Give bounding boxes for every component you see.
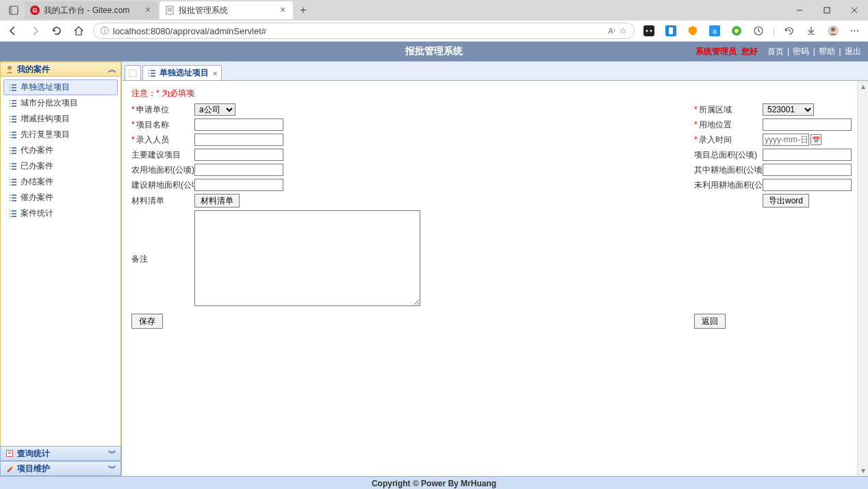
nav-label: 先行复垦项目 bbox=[21, 129, 70, 140]
panel-title: 我的案件 bbox=[17, 64, 50, 75]
more-icon[interactable]: ··· bbox=[847, 23, 863, 38]
panel-query-stats[interactable]: 查询统计 ︾ bbox=[0, 446, 121, 461]
label-main-build: 主要建设项目 bbox=[131, 149, 194, 161]
svg-rect-16 bbox=[669, 27, 673, 34]
tab-single-site[interactable]: 单独选址项目 × bbox=[142, 65, 222, 80]
minimize-button[interactable] bbox=[786, 0, 813, 21]
svg-rect-12 bbox=[643, 25, 654, 36]
apply-unit-select[interactable]: a公司 bbox=[194, 103, 235, 116]
scrollbar[interactable]: ▴ ▾ bbox=[857, 81, 868, 476]
svg-point-23 bbox=[831, 27, 835, 32]
sidebar-item-increase-decrease[interactable]: 增减挂钩项目 bbox=[3, 111, 118, 127]
tools-icon bbox=[5, 464, 14, 473]
save-button[interactable]: 保存 bbox=[131, 314, 163, 329]
svg-rect-83 bbox=[129, 70, 136, 77]
site-info-icon[interactable]: ⓘ bbox=[101, 25, 109, 37]
close-icon[interactable]: × bbox=[213, 69, 217, 77]
build-plow-input[interactable] bbox=[194, 179, 283, 191]
ext-icon-2[interactable] bbox=[663, 23, 678, 38]
download-icon[interactable] bbox=[804, 23, 819, 38]
svg-point-24 bbox=[8, 66, 12, 70]
favorite-icon[interactable]: ☆ bbox=[620, 26, 627, 36]
panel-mycases[interactable]: 我的案件 ︽ bbox=[0, 62, 121, 77]
expand-icon[interactable]: ︾ bbox=[108, 448, 116, 460]
nav-help-link[interactable]: 帮助 bbox=[819, 47, 835, 56]
close-window-button[interactable] bbox=[841, 0, 868, 21]
close-icon[interactable]: × bbox=[143, 5, 153, 15]
scroll-down-icon[interactable]: ▾ bbox=[858, 465, 868, 476]
remark-textarea[interactable] bbox=[194, 210, 420, 306]
forward-button[interactable] bbox=[27, 23, 42, 38]
expand-icon[interactable]: ︾ bbox=[108, 463, 116, 475]
nav-logout-link[interactable]: 退出 bbox=[845, 47, 861, 56]
main-build-input[interactable] bbox=[194, 149, 283, 161]
home-button[interactable] bbox=[71, 23, 86, 38]
read-aloud-icon[interactable]: A⁾ bbox=[609, 27, 615, 36]
svg-rect-1 bbox=[10, 6, 12, 14]
browser-tab-gitee[interactable]: G 我的工作台 - Gitee.com × bbox=[25, 1, 158, 19]
label-farm-area: 农用地面积(公顷) bbox=[131, 164, 194, 176]
tab-strip: G 我的工作台 - Gitee.com × 报批管理系统 × + bbox=[0, 0, 868, 21]
new-tab-button[interactable]: + bbox=[294, 1, 312, 19]
unused-plow-input[interactable] bbox=[763, 179, 852, 191]
project-name-input[interactable] bbox=[194, 118, 283, 131]
back-button[interactable] bbox=[5, 23, 21, 38]
panel-title: 查询统计 bbox=[17, 448, 50, 460]
svg-rect-4 bbox=[166, 6, 173, 14]
export-word-button[interactable]: 导出word bbox=[763, 194, 809, 208]
ext-icon-1[interactable] bbox=[641, 23, 656, 38]
ext-icon-4[interactable]: a bbox=[707, 23, 722, 38]
extensions-icon[interactable] bbox=[751, 23, 766, 38]
nav-label: 增减挂钩项目 bbox=[21, 113, 70, 125]
tab-actions-icon[interactable] bbox=[5, 2, 22, 18]
ext-icon-3[interactable] bbox=[685, 23, 700, 38]
browser-tab-app[interactable]: 报批管理系统 × bbox=[159, 1, 293, 19]
scroll-up-icon[interactable]: ▴ bbox=[858, 81, 868, 92]
close-icon[interactable]: × bbox=[278, 5, 288, 15]
browser-toolbar: ⓘ A⁾ ☆ a | ··· bbox=[0, 21, 868, 41]
copyright: Copyright © Power By MrHuang bbox=[372, 479, 496, 488]
maximize-button[interactable] bbox=[813, 0, 841, 21]
label-unused-plow: 未利用耕地面积(公顷) bbox=[694, 179, 763, 191]
address-bar[interactable]: ⓘ A⁾ ☆ bbox=[93, 23, 635, 39]
label-region: *所属区域 bbox=[694, 104, 763, 116]
label-total-area: 项目总面积(公顷) bbox=[694, 149, 763, 161]
refresh-button[interactable] bbox=[49, 23, 64, 38]
url-input[interactable] bbox=[113, 26, 604, 36]
list-icon bbox=[8, 193, 18, 203]
plow-area-input[interactable] bbox=[763, 164, 852, 176]
total-area-input[interactable] bbox=[763, 149, 852, 161]
land-location-input[interactable] bbox=[763, 118, 852, 131]
entry-person-input[interactable] bbox=[194, 134, 283, 146]
list-icon bbox=[8, 162, 18, 171]
list-icon bbox=[147, 68, 157, 78]
panel-project-maint[interactable]: 项目维护 ︾ bbox=[0, 461, 121, 476]
sidebar-item-single-site[interactable]: 单独选址项目 bbox=[3, 79, 118, 95]
nav-label: 催办案件 bbox=[21, 192, 53, 203]
app-header: 报批管理系统 系统管理员 您好 首页 | 密码 | 帮助 | 退出 bbox=[0, 42, 868, 61]
entry-time-input[interactable] bbox=[763, 134, 809, 146]
sidebar-item-urge[interactable]: 催办案件 bbox=[3, 190, 118, 205]
label-project-name: *项目名称 bbox=[131, 119, 194, 131]
svg-rect-9 bbox=[824, 8, 830, 13]
material-list-button[interactable]: 材料清单 bbox=[194, 194, 240, 208]
sidebar-item-city-batch[interactable]: 城市分批次项目 bbox=[3, 95, 118, 111]
sidebar-item-reclaim[interactable]: 先行复垦项目 bbox=[3, 127, 118, 142]
sidebar-item-closed[interactable]: 办结案件 bbox=[3, 174, 118, 190]
tab-home[interactable] bbox=[125, 65, 141, 80]
collapse-icon[interactable]: ︽ bbox=[108, 64, 116, 75]
sidebar-item-pending[interactable]: 代办案件 bbox=[3, 142, 118, 158]
history-icon[interactable] bbox=[782, 23, 797, 38]
region-select[interactable]: 523001 bbox=[763, 103, 814, 116]
profile-icon[interactable] bbox=[826, 23, 841, 38]
nav-password-link[interactable]: 密码 bbox=[793, 47, 809, 56]
farm-area-input[interactable] bbox=[194, 164, 283, 176]
back-button[interactable]: 返回 bbox=[694, 314, 726, 329]
nav-home-link[interactable]: 首页 bbox=[767, 47, 784, 56]
calendar-icon[interactable]: 📅 bbox=[810, 134, 821, 145]
sidebar-item-done[interactable]: 已办案件 bbox=[3, 158, 118, 174]
ext-icon-5[interactable] bbox=[729, 23, 744, 38]
list-icon bbox=[8, 83, 18, 92]
sidebar-item-stats[interactable]: 案件统计 bbox=[3, 205, 118, 221]
tab-label: 单独选址项目 bbox=[159, 67, 209, 79]
